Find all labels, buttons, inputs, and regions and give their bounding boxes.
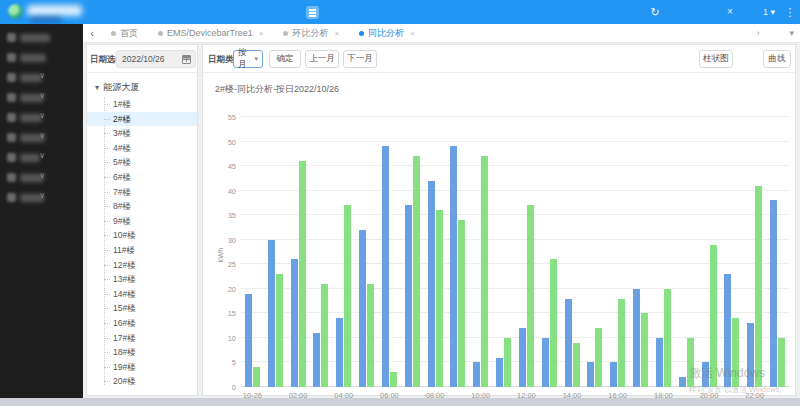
bar-2#楼[interactable] [473, 362, 480, 387]
bar-同比[interactable] [413, 156, 420, 387]
tab-1[interactable]: 首页 [101, 24, 148, 42]
tree-item[interactable]: 2#楼 [87, 112, 197, 127]
tree-item[interactable]: 12#楼 [87, 258, 197, 273]
fullscreen-icon[interactable]: × [720, 0, 740, 24]
curve-view-button[interactable]: 曲线 [763, 50, 791, 68]
bar-2#楼[interactable] [770, 200, 777, 387]
tree-item[interactable]: 17#楼 [87, 331, 197, 346]
sidebar-item-blurred[interactable]: ∨ [0, 188, 83, 208]
bar-同比[interactable] [664, 289, 671, 387]
tab-close-icon[interactable]: × [410, 29, 415, 38]
confirm-button[interactable]: 确定 [269, 50, 301, 68]
tree-item[interactable]: 20#楼 [87, 374, 197, 389]
bar-2#楼[interactable] [382, 146, 389, 387]
tree-item[interactable]: 13#楼 [87, 272, 197, 287]
tree-item[interactable]: 16#楼 [87, 316, 197, 331]
sidebar-item-blurred[interactable] [0, 28, 83, 48]
sidebar-item-blurred[interactable]: ∨ [0, 68, 83, 88]
tab-4[interactable]: 同比分析× [349, 24, 425, 42]
bar-同比[interactable] [573, 343, 580, 387]
bar-同比[interactable] [710, 245, 717, 387]
tree-item[interactable]: 6#楼 [87, 170, 197, 185]
bar-2#楼[interactable] [724, 274, 731, 387]
user-dropdown[interactable]: 1 ▾ [756, 0, 782, 24]
bar-同比[interactable] [778, 338, 785, 387]
tree-item[interactable]: 7#楼 [87, 185, 197, 200]
tree-root-node[interactable]: ▾ 能源大厦 [87, 81, 197, 94]
bar-2#楼[interactable] [565, 299, 572, 387]
tree-item[interactable]: 3#楼 [87, 126, 197, 141]
tab-3[interactable]: 环比分析× [273, 24, 349, 42]
tree-item[interactable]: 15#楼 [87, 301, 197, 316]
bar-同比[interactable] [436, 210, 443, 387]
sidebar-item-blurred[interactable]: ∨ [0, 148, 83, 168]
bar-同比[interactable] [755, 186, 762, 387]
bar-2#楼[interactable] [245, 294, 252, 387]
bar-2#楼[interactable] [291, 259, 298, 387]
bar-同比[interactable] [732, 318, 739, 387]
sidebar-item-blurred[interactable]: ∨ [0, 108, 83, 128]
refresh-icon[interactable]: ↻ [645, 0, 665, 24]
bar-2#楼[interactable] [496, 358, 503, 387]
tree-item[interactable]: 8#楼 [87, 199, 197, 214]
bar-2#楼[interactable] [336, 318, 343, 387]
prev-month-button[interactable]: 上一月 [305, 50, 339, 68]
bar-同比[interactable] [481, 156, 488, 387]
bar-同比[interactable] [276, 274, 283, 387]
tree-item[interactable]: 10#楼 [87, 228, 197, 243]
bar-2#楼[interactable] [656, 338, 663, 387]
bar-同比[interactable] [253, 367, 260, 387]
bar-同比[interactable] [527, 205, 534, 387]
tree-item[interactable]: 11#楼 [87, 243, 197, 258]
bar-2#楼[interactable] [428, 181, 435, 387]
bar-同比[interactable] [687, 338, 694, 387]
collapse-menu-icon[interactable] [306, 6, 319, 19]
bar-2#楼[interactable] [610, 362, 617, 387]
bar-同比[interactable] [595, 328, 602, 387]
tab-close-icon[interactable]: × [334, 29, 339, 38]
bar-2#楼[interactable] [702, 362, 709, 387]
bar-2#楼[interactable] [747, 323, 754, 387]
bar-同比[interactable] [618, 299, 625, 387]
bar-chart-view-button[interactable]: 柱状图 [699, 50, 733, 68]
bar-2#楼[interactable] [450, 146, 457, 387]
tree-item[interactable]: 9#楼 [87, 214, 197, 229]
bar-2#楼[interactable] [313, 333, 320, 387]
date-input[interactable]: 2022/10/26 [116, 50, 196, 68]
tabs-menu-icon[interactable]: ▾ [789, 28, 794, 38]
bar-2#楼[interactable] [542, 338, 549, 387]
tree-item[interactable]: 1#楼 [87, 97, 197, 112]
bottom-scroll-strip[interactable] [0, 398, 800, 406]
bar-同比[interactable] [458, 220, 465, 387]
bar-2#楼[interactable] [679, 377, 686, 387]
sidebar-item-blurred[interactable]: ∨ [0, 88, 83, 108]
sidebar-item-blurred[interactable]: ∨ [0, 128, 83, 148]
bar-同比[interactable] [641, 313, 648, 387]
sidebar-item-blurred[interactable]: ∨ [0, 168, 83, 188]
bar-2#楼[interactable] [268, 240, 275, 387]
tree-caret-icon[interactable]: ▾ [95, 83, 99, 92]
tree-item[interactable]: 14#楼 [87, 287, 197, 302]
tree-item[interactable]: 18#楼 [87, 345, 197, 360]
bar-同比[interactable] [321, 284, 328, 387]
tree-item[interactable]: 4#楼 [87, 141, 197, 156]
bar-同比[interactable] [550, 259, 557, 387]
date-type-select[interactable]: 按月 ▾ [233, 50, 263, 68]
sidebar-item-blurred[interactable] [0, 48, 83, 68]
bar-同比[interactable] [504, 338, 511, 387]
bar-同比[interactable] [390, 372, 397, 387]
more-icon[interactable]: ⋮ [784, 0, 796, 24]
tree-item[interactable]: 19#楼 [87, 360, 197, 375]
bar-同比[interactable] [299, 161, 306, 387]
bar-2#楼[interactable] [359, 230, 366, 387]
tab-close-icon[interactable]: × [259, 29, 264, 38]
bar-2#楼[interactable] [633, 289, 640, 387]
bar-2#楼[interactable] [519, 328, 526, 387]
bar-同比[interactable] [344, 205, 351, 387]
bar-2#楼[interactable] [587, 362, 594, 387]
tabs-next-icon[interactable]: › [756, 28, 759, 38]
next-month-button[interactable]: 下一月 [343, 50, 377, 68]
tree-item[interactable]: 5#楼 [87, 155, 197, 170]
tabs-back-icon[interactable]: ‹ [83, 27, 101, 39]
bar-2#楼[interactable] [405, 205, 412, 387]
